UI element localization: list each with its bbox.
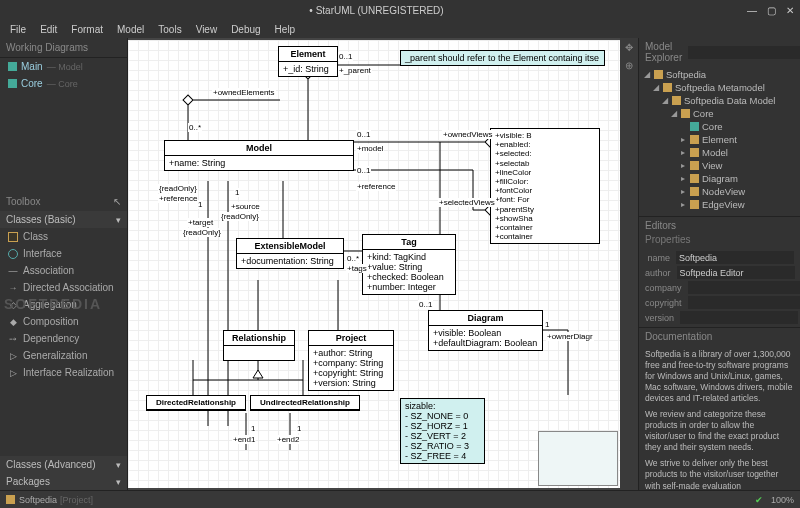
tree-item[interactable]: ▸View (643, 159, 796, 172)
menu-debug[interactable]: Debug (225, 23, 266, 36)
tree-item[interactable]: ▸Element (643, 133, 796, 146)
menu-tools[interactable]: Tools (152, 23, 187, 36)
diagram-icon (8, 62, 17, 71)
working-diagram-main[interactable]: Main — Model (0, 58, 127, 75)
status-project[interactable]: Softpedia (19, 495, 57, 505)
class-icon (8, 232, 18, 242)
uml-class-extensiblemodel[interactable]: ExtensibleModel +documentation: String (236, 238, 344, 269)
tool-interface[interactable]: Interface (0, 245, 127, 262)
uml-class-side: +visible: B+enabled: +selected:+selectab… (490, 128, 600, 244)
select-icon[interactable]: ✥ (623, 42, 635, 54)
editors-header: Editors (639, 216, 800, 234)
properties-header: Properties (639, 234, 800, 248)
menu-edit[interactable]: Edit (34, 23, 63, 36)
tool-dependency[interactable]: ⤍Dependency (0, 330, 127, 347)
canvas-toolbar: ✥ ⊕ (620, 38, 638, 490)
svg-marker-24 (253, 370, 263, 378)
tool-interface-realization[interactable]: ▷Interface Realization (0, 364, 127, 381)
tree-item[interactable]: ◢Softpedia Data Model (643, 94, 796, 107)
menu-format[interactable]: Format (65, 23, 109, 36)
menu-view[interactable]: View (190, 23, 224, 36)
minimap[interactable] (538, 431, 618, 486)
property-input[interactable] (688, 296, 800, 309)
tree-item[interactable]: ◢Core (643, 107, 796, 120)
menu-bar: File Edit Format Model Tools View Debug … (0, 20, 800, 38)
uml-class-diagram[interactable]: Diagram +visible: Boolean +defaultDiagra… (428, 310, 543, 351)
property-row: author (645, 265, 794, 280)
tool-association[interactable]: —Association (0, 262, 127, 279)
chevron-down-icon: ▾ (116, 460, 121, 470)
tree-item[interactable]: ◢Softpedia (643, 68, 796, 81)
aggregation-icon: ◇ (8, 300, 18, 310)
menu-help[interactable]: Help (269, 23, 302, 36)
tool-aggregation[interactable]: ◇Aggregation (0, 296, 127, 313)
menu-model[interactable]: Model (111, 23, 150, 36)
tree-item[interactable]: ▸EdgeView (643, 198, 796, 211)
uml-class-directedrelationship[interactable]: DirectedRelationship (146, 395, 246, 411)
interface-icon (8, 249, 18, 259)
cursor-icon[interactable]: ↖ (113, 196, 121, 207)
left-sidebar: Working Diagrams Main — Model Core — Cor… (0, 38, 128, 490)
arrow-icon: → (8, 283, 18, 293)
chevron-down-icon: ▾ (116, 215, 121, 225)
documentation-header: Documentation (639, 327, 800, 345)
documentation-body[interactable]: Softpedia is a library of over 1,300,000… (639, 345, 800, 490)
right-sidebar: Model Explorer ⚙ ◢Softpedia◢Softpedia Me… (638, 38, 800, 490)
tree-item[interactable]: ▸Diagram (643, 172, 796, 185)
tool-composition[interactable]: ◆Composition (0, 313, 127, 330)
chevron-down-icon: ▾ (116, 477, 121, 487)
property-input[interactable] (676, 251, 794, 264)
property-input[interactable] (677, 266, 795, 279)
model-tree: ◢Softpedia◢Softpedia Metamodel◢Softpedia… (639, 66, 800, 216)
property-input[interactable] (688, 281, 800, 294)
tree-item[interactable]: ▸Model (643, 146, 796, 159)
search-input[interactable] (688, 46, 800, 59)
maximize-icon[interactable]: ▢ (767, 5, 776, 16)
uml-class-undirectedrelationship[interactable]: UndirectedRelationship (250, 395, 360, 411)
dependency-icon: ⤍ (8, 334, 18, 344)
check-icon[interactable]: ✔ (755, 495, 763, 505)
tree-item[interactable]: ◢Softpedia Metamodel (643, 81, 796, 94)
toolbox-group-classes-basic[interactable]: Classes (Basic) ▾ (0, 211, 127, 228)
realization-icon: ▷ (8, 368, 18, 378)
toolbox-group-packages[interactable]: Packages▾ (0, 473, 127, 490)
tool-directed-association[interactable]: →Directed Association (0, 279, 127, 296)
composition-icon: ◆ (8, 317, 18, 327)
property-row: copyright (645, 295, 794, 310)
project-icon (6, 495, 15, 504)
canvas-area: Element +_id: String _parent should refe… (128, 38, 638, 490)
generalization-icon: ▷ (8, 351, 18, 361)
window-title: • StarUML (UNREGISTERED) (6, 5, 747, 16)
uml-note-sizable[interactable]: sizable: - SZ_NONE = 0 - SZ_HORZ = 1 - S… (400, 398, 485, 464)
tree-item[interactable]: ▸NodeView (643, 185, 796, 198)
uml-class-tag[interactable]: Tag +kind: TagKind +value: String +check… (362, 234, 456, 295)
tool-class[interactable]: Class (0, 228, 127, 245)
zoom-level[interactable]: 100% (771, 495, 794, 505)
uml-class-element[interactable]: Element +_id: String (278, 46, 338, 77)
diagram-icon (8, 79, 17, 88)
uml-class-relationship[interactable]: Relationship (223, 330, 295, 361)
properties-panel: nameauthorcompanycopyrightversion (639, 248, 800, 327)
menu-file[interactable]: File (4, 23, 32, 36)
close-icon[interactable]: ✕ (786, 5, 794, 16)
toolbox-group-classes-advanced[interactable]: Classes (Advanced)▾ (0, 456, 127, 473)
toolbox: Toolbox ↖ Classes (Basic) ▾ SOFTPEDIA Cl… (0, 192, 127, 490)
toolbox-header: Toolbox (6, 196, 40, 207)
uml-class-project[interactable]: Project +author: String +company: String… (308, 330, 394, 391)
statusbar: Softpedia [Project] ✔ 100% (0, 490, 800, 508)
diagram-canvas[interactable]: Element +_id: String _parent should refe… (128, 40, 620, 488)
uml-note-parent[interactable]: _parent should refer to the Element cont… (400, 50, 605, 66)
uml-class-model[interactable]: Model +name: String (164, 140, 354, 171)
zoom-icon[interactable]: ⊕ (623, 60, 635, 72)
tree-item[interactable]: Core (643, 120, 796, 133)
association-icon: — (8, 266, 18, 276)
property-row: company (645, 280, 794, 295)
minimize-icon[interactable]: — (747, 5, 757, 16)
working-diagrams-header: Working Diagrams (0, 38, 127, 58)
tool-generalization[interactable]: ▷Generalization (0, 347, 127, 364)
working-diagram-core[interactable]: Core — Core (0, 75, 127, 92)
property-row: version (645, 310, 794, 325)
model-explorer-header: Model Explorer (645, 41, 682, 63)
titlebar: • StarUML (UNREGISTERED) — ▢ ✕ (0, 0, 800, 20)
property-input[interactable] (680, 311, 798, 324)
